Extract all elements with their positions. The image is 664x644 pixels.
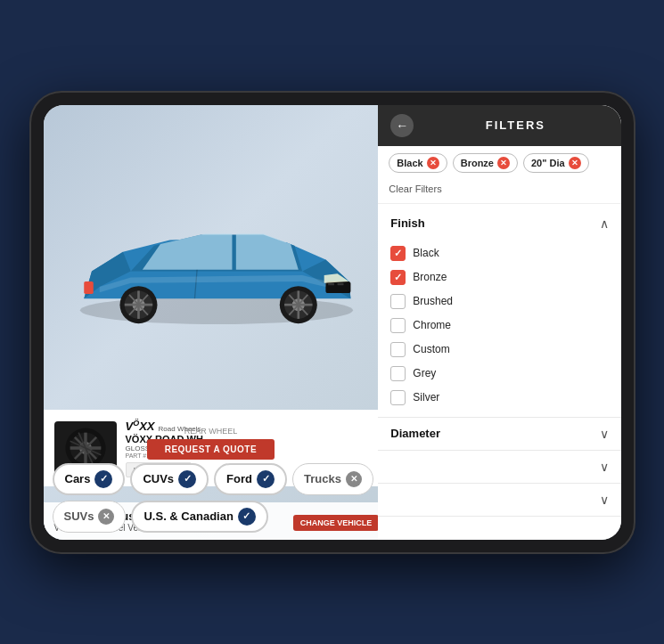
pill-trucks-label: Trucks <box>304 472 341 485</box>
back-button[interactable]: ← <box>390 114 414 137</box>
finish-silver-checkbox[interactable] <box>390 390 406 405</box>
pill-ford[interactable]: Ford ✓ <box>214 463 287 495</box>
finish-black-label: Black <box>413 247 439 259</box>
filter-tag-dia-label: 20" Dia <box>531 158 565 168</box>
diameter-chevron: ∨ <box>600 427 609 441</box>
car-image <box>61 148 373 387</box>
diameter-section: Diameter ∨ <box>378 418 620 451</box>
rear-wheel-text: REAR WHEEL <box>184 427 238 436</box>
finish-black-item[interactable]: Black <box>390 241 608 265</box>
pill-ford-label: Ford <box>226 472 252 485</box>
section-4-header[interactable]: ∨ <box>378 484 620 516</box>
finish-black-checkbox[interactable] <box>390 246 406 261</box>
pill-cars-label: Cars <box>65 472 91 485</box>
finish-title: Finish <box>390 216 424 230</box>
finish-section-header[interactable]: Finish ∧ <box>378 208 620 240</box>
finish-silver-label: Silver <box>413 391 439 404</box>
svg-rect-5 <box>84 281 93 294</box>
finish-brushed-checkbox[interactable] <box>390 294 406 309</box>
filter-panel: ← FILTERS Black ✕ Bronze ✕ 20" Dia ✕ <box>378 105 620 540</box>
pill-us-canadian[interactable]: U.S. & Canadian ✓ <box>131 501 267 533</box>
pill-us-label: U.S. & Canadian <box>143 509 233 523</box>
filter-tag-dia[interactable]: 20" Dia ✕ <box>523 153 589 173</box>
filter-tag-dia-remove[interactable]: ✕ <box>569 157 581 169</box>
finish-items: Black Bronze Brushed Chrome <box>378 240 620 417</box>
finish-chrome-item[interactable]: Chrome <box>390 314 608 338</box>
vehicle-type-pills: Cars ✓ CUVs ✓ Ford ✓ Trucks ✕ SUVs ✕ U.S… <box>44 456 390 540</box>
filter-header: ← FILTERS <box>378 105 620 146</box>
pill-cuvs[interactable]: CUVs ✓ <box>130 463 209 495</box>
section-3: ∨ <box>378 451 620 484</box>
back-arrow-icon: ← <box>396 118 408 133</box>
finish-chrome-checkbox[interactable] <box>390 318 406 333</box>
pill-trucks-x: ✕ <box>346 471 362 487</box>
filter-tag-black[interactable]: Black ✕ <box>389 153 447 173</box>
filter-tag-black-label: Black <box>397 158 422 168</box>
section-4-chevron: ∨ <box>600 493 609 507</box>
finish-grey-item[interactable]: Grey <box>390 362 608 386</box>
pill-ford-check: ✓ <box>257 470 275 488</box>
finish-bronze-label: Bronze <box>413 271 447 283</box>
finish-bronze-item[interactable]: Bronze <box>390 265 608 289</box>
pill-cuvs-check: ✓ <box>178 470 196 488</box>
finish-section: Finish ∧ Black Bronze <box>378 208 620 418</box>
diameter-section-header[interactable]: Diameter ∨ <box>378 418 620 450</box>
finish-brushed-item[interactable]: Brushed <box>390 289 608 314</box>
active-filters-row: Black ✕ Bronze ✕ 20" Dia ✕ Clear Filters <box>378 146 620 204</box>
finish-silver-item[interactable]: Silver <box>390 386 608 410</box>
section-3-header[interactable]: ∨ <box>378 451 620 483</box>
pill-cars-check: ✓ <box>94 470 112 488</box>
finish-bronze-checkbox[interactable] <box>390 270 406 285</box>
pill-cars[interactable]: Cars ✓ <box>53 463 126 495</box>
pill-cuvs-label: CUVs <box>143 472 174 485</box>
finish-brushed-label: Brushed <box>413 295 453 307</box>
pill-suvs[interactable]: SUVs ✕ <box>53 501 127 533</box>
finish-grey-checkbox[interactable] <box>390 366 406 381</box>
pill-us-check: ✓ <box>238 508 256 526</box>
filter-title: FILTERS <box>422 118 608 132</box>
tablet-device: 2021 Ford Mustang Mach-E GT Vöxx Road Wh… <box>29 91 635 554</box>
svg-rect-3 <box>328 283 334 286</box>
filter-tag-bronze-remove[interactable]: ✕ <box>497 157 510 169</box>
finish-chrome-label: Chrome <box>413 319 451 331</box>
filter-tag-black-remove[interactable]: ✕ <box>427 157 439 169</box>
finish-chevron: ∧ <box>600 216 609 231</box>
clear-filters-link[interactable]: Clear Filters <box>389 182 441 196</box>
finish-grey-label: Grey <box>413 367 436 379</box>
finish-custom-checkbox[interactable] <box>390 342 406 357</box>
filter-tag-bronze[interactable]: Bronze ✕ <box>453 153 518 173</box>
filter-sections: Finish ∧ Black Bronze <box>378 204 620 540</box>
tablet-screen: 2021 Ford Mustang Mach-E GT Vöxx Road Wh… <box>44 105 621 540</box>
finish-custom-label: Custom <box>413 343 449 355</box>
pill-suvs-x: ✕ <box>98 509 114 525</box>
svg-rect-4 <box>337 283 343 286</box>
pill-suvs-label: SUVs <box>64 509 94 523</box>
section-3-chevron: ∨ <box>600 460 609 474</box>
pill-trucks[interactable]: Trucks ✕ <box>292 463 373 495</box>
section-4: ∨ <box>378 484 620 517</box>
finish-custom-item[interactable]: Custom <box>390 338 608 362</box>
diameter-title: Diameter <box>390 427 440 440</box>
filter-tag-bronze-label: Bronze <box>461 158 494 168</box>
